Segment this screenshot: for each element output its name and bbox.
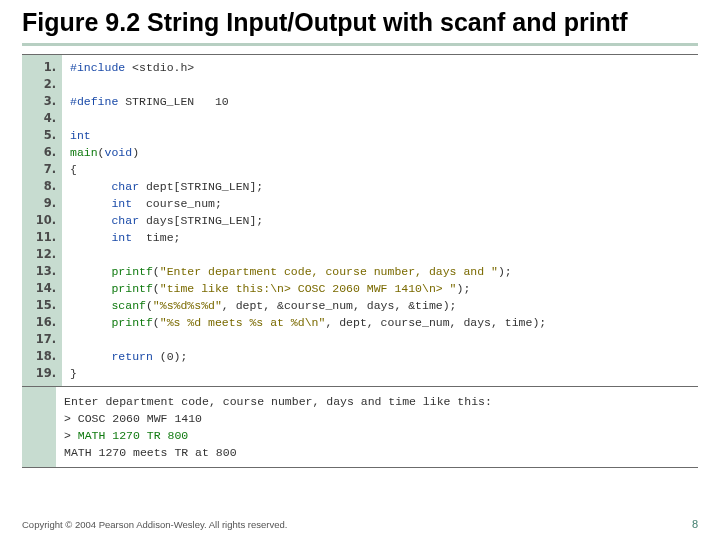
line-number-gutter: 1.2.3.4.5.6.7.8.9.10.11.12.13.14.15.16.1… xyxy=(22,55,62,386)
line-number: 19. xyxy=(22,365,56,382)
output-line: Enter department code, course number, da… xyxy=(64,393,698,410)
code-line: int course_num; xyxy=(70,195,698,212)
code-line: return (0); xyxy=(70,348,698,365)
line-number: 3. xyxy=(22,93,56,110)
code-line: int time; xyxy=(70,229,698,246)
code-line: printf("time like this:\n> COSC 2060 MWF… xyxy=(70,280,698,297)
figure-title: Figure 9.2 String Input/Output with scan… xyxy=(22,8,698,37)
code-line: char days[STRING_LEN]; xyxy=(70,212,698,229)
line-number: 15. xyxy=(22,297,56,314)
code-line: int xyxy=(70,127,698,144)
figure-caption: String Input/Output with scanf and print… xyxy=(140,8,627,36)
code-line: scanf("%s%d%s%d", dept, &course_num, day… xyxy=(70,297,698,314)
figure-number: Figure 9.2 xyxy=(22,8,140,36)
page-number: 8 xyxy=(692,518,698,530)
code-line: printf("%s %d meets %s at %d\n", dept, c… xyxy=(70,314,698,331)
slide: Figure 9.2 String Input/Output with scan… xyxy=(0,0,720,540)
output-line: > MATH 1270 TR 800 xyxy=(64,427,698,444)
output-line: > COSC 2060 MWF 1410 xyxy=(64,410,698,427)
line-number: 17. xyxy=(22,331,56,348)
code-line xyxy=(70,76,698,93)
code-line: main(void) xyxy=(70,144,698,161)
line-number: 14. xyxy=(22,280,56,297)
line-number: 1. xyxy=(22,59,56,76)
line-number: 6. xyxy=(22,144,56,161)
line-number: 18. xyxy=(22,348,56,365)
line-number: 11. xyxy=(22,229,56,246)
line-number: 7. xyxy=(22,161,56,178)
line-number: 9. xyxy=(22,195,56,212)
program-output: Enter department code, course number, da… xyxy=(56,387,698,467)
code-line: { xyxy=(70,161,698,178)
code-line: printf("Enter department code, course nu… xyxy=(70,263,698,280)
code-line: #define STRING_LEN 10 xyxy=(70,93,698,110)
line-number: 13. xyxy=(22,263,56,280)
line-number: 12. xyxy=(22,246,56,263)
line-number: 10. xyxy=(22,212,56,229)
code-line xyxy=(70,246,698,263)
code-line: } xyxy=(70,365,698,382)
output-line: MATH 1270 meets TR at 800 xyxy=(64,444,698,461)
code-line xyxy=(70,110,698,127)
gutter-tail xyxy=(22,387,56,467)
source-code: #include <stdio.h>#define STRING_LEN 10i… xyxy=(62,55,698,386)
line-number: 4. xyxy=(22,110,56,127)
code-line: #include <stdio.h> xyxy=(70,59,698,76)
figure-box: 1.2.3.4.5.6.7.8.9.10.11.12.13.14.15.16.1… xyxy=(22,54,698,468)
title-underline xyxy=(22,43,698,46)
line-number: 2. xyxy=(22,76,56,93)
copyright-footer: Copyright © 2004 Pearson Addison-Wesley.… xyxy=(22,519,287,530)
line-number: 5. xyxy=(22,127,56,144)
code-line xyxy=(70,331,698,348)
line-number: 16. xyxy=(22,314,56,331)
code-line: char dept[STRING_LEN]; xyxy=(70,178,698,195)
line-number: 8. xyxy=(22,178,56,195)
output-area: Enter department code, course number, da… xyxy=(22,387,698,467)
code-area: 1.2.3.4.5.6.7.8.9.10.11.12.13.14.15.16.1… xyxy=(22,55,698,387)
